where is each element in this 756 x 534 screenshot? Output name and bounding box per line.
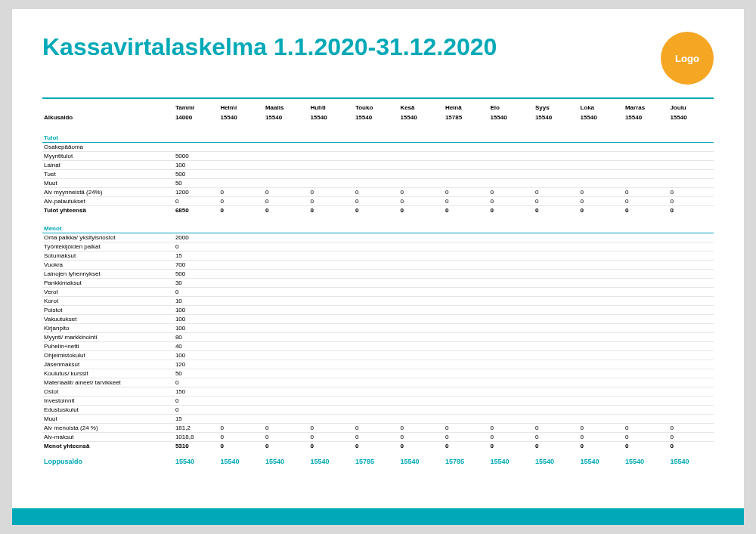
cell-value [534, 406, 579, 415]
cell-value [578, 297, 624, 306]
cell-value [308, 306, 354, 315]
cell-value [668, 279, 714, 288]
section-heading-row: Tulot [42, 130, 714, 143]
table-row: Alkusaldo1400015540155401554015540155401… [42, 113, 714, 130]
cell-value: 15540 [218, 113, 264, 130]
month-header: Joulu [668, 103, 714, 113]
table-header: TammiHelmiMaalisHuhtiToukoKesäHeinäEloSy… [42, 103, 714, 113]
cell-value [534, 270, 579, 279]
month-header: Helmi [218, 103, 264, 113]
cell-value: 0 [488, 197, 534, 206]
cell-value [668, 233, 714, 242]
cell-value [488, 152, 534, 161]
cell-value [488, 315, 534, 324]
cell-value [624, 161, 669, 170]
cell-value [578, 306, 624, 315]
top-divider [42, 97, 714, 99]
cell-value [488, 351, 534, 360]
cell-value [444, 360, 489, 369]
cell-value [668, 270, 714, 279]
cell-value [354, 415, 399, 424]
cell-value: 0 [624, 197, 669, 206]
cell-value [534, 342, 579, 351]
cell-value [444, 261, 489, 270]
cell-value [578, 233, 624, 242]
cell-value [578, 152, 624, 161]
cell-value [354, 143, 399, 152]
cell-value [308, 233, 354, 242]
cell-value [534, 369, 579, 378]
cell-value: 0 [578, 442, 624, 451]
cell-value: 0 [174, 242, 219, 252]
cell-value [354, 378, 399, 387]
cell-value: 0 [398, 424, 444, 433]
cell-value [398, 315, 444, 324]
cell-value: 100 [174, 306, 219, 315]
cell-value: 0 [308, 188, 354, 197]
cell-value [444, 170, 489, 179]
table-row: Alv myynneistä (24%)120000000000000 [42, 188, 714, 197]
cell-value [398, 252, 444, 261]
cell-value [488, 170, 534, 179]
cell-value [308, 297, 354, 306]
cell-value: 0 [398, 188, 444, 197]
cell-value [578, 378, 624, 387]
cell-value [308, 279, 354, 288]
cell-value: 500 [174, 270, 219, 279]
cell-value [668, 333, 714, 342]
cell-value: 15 [174, 415, 219, 424]
cell-value: 30 [174, 279, 219, 288]
cell-value [354, 252, 399, 261]
cell-value [354, 315, 399, 324]
cell-value [308, 152, 354, 161]
row-label: Puhelin+netti [42, 342, 174, 351]
row-label: Osakepääoma [42, 143, 174, 152]
row-label: Myynti/ markkinointi [42, 333, 174, 342]
cell-value [624, 261, 669, 270]
cell-value [444, 143, 489, 152]
cell-value [398, 143, 444, 152]
table-row: Vuokra700 [42, 261, 714, 270]
row-label: Edustuskulut [42, 406, 174, 415]
table-row: Alv-maksut1018,800000000000 [42, 433, 714, 442]
table-row: Alv menoista (24 %)181,200000000000 [42, 424, 714, 433]
cell-value [488, 233, 534, 242]
cell-value: 0 [624, 424, 669, 433]
cell-value: 0 [534, 188, 579, 197]
cell-value [624, 397, 669, 406]
table-row: Alv-palautukset000000000000 [42, 197, 714, 206]
cell-value [218, 369, 264, 378]
cell-value: 0 [488, 433, 534, 442]
cell-value: 0 [534, 424, 579, 433]
cell-value [624, 315, 669, 324]
cell-value [534, 170, 579, 179]
cell-value: 15540 [624, 113, 669, 130]
cell-value [578, 143, 624, 152]
cell-value [668, 415, 714, 424]
cell-value [668, 369, 714, 378]
cell-value [308, 270, 354, 279]
row-label: Materiaalit/ aineet/ tarvikkeet [42, 378, 174, 387]
cell-value [264, 315, 309, 324]
cell-value [398, 406, 444, 415]
cell-value: 0 [488, 188, 534, 197]
cell-value [354, 369, 399, 378]
table-row: Koulutus/ kurssit50 [42, 369, 714, 378]
table-row: Oma palkka/ yksityisnostot2000 [42, 233, 714, 242]
cell-value [218, 242, 264, 252]
cell-value: 50 [174, 179, 219, 188]
document-page: Logo Kassavirtalaskelma 1.1.2020-31.12.2… [12, 9, 744, 525]
cell-value [624, 270, 669, 279]
cell-value [488, 415, 534, 424]
cell-value [308, 252, 354, 261]
cell-value [354, 279, 399, 288]
cell-value: 15 [174, 252, 219, 261]
cell-value [354, 360, 399, 369]
cell-value: 0 [444, 433, 489, 442]
month-header: Kesä [398, 103, 444, 113]
cell-value [624, 351, 669, 360]
cell-value [308, 170, 354, 179]
cell-value [218, 152, 264, 161]
cell-value [624, 360, 669, 369]
row-label: Ostot [42, 387, 174, 397]
